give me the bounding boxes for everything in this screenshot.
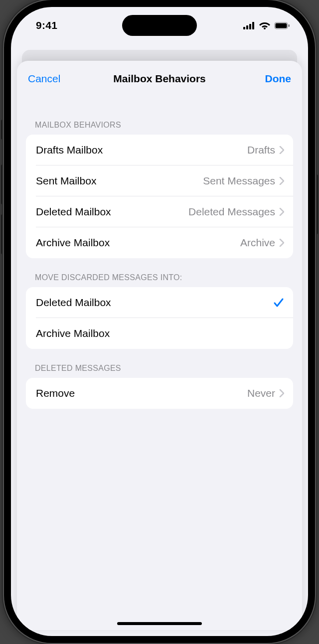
row-value: Archive: [240, 237, 279, 249]
settings-content: MAILBOX BEHAVIORS Drafts Mailbox Drafts …: [17, 97, 302, 409]
row-discarded-archive[interactable]: Archive Mailbox: [26, 318, 293, 349]
group-deleted-messages: Remove Never: [26, 378, 293, 409]
row-label: Sent Mailbox: [36, 175, 203, 187]
row-label: Drafts Mailbox: [36, 144, 247, 156]
page-title: Mailbox Behaviors: [75, 73, 244, 85]
row-value: Drafts: [247, 144, 279, 156]
group-behaviors: Drafts Mailbox Drafts Sent Mailbox Sent …: [26, 135, 293, 258]
svg-rect-2: [249, 24, 251, 29]
done-button[interactable]: Done: [244, 73, 291, 85]
power-button[interactable]: [315, 174, 318, 234]
nav-bar: Cancel Mailbox Behaviors Done: [17, 61, 302, 97]
battery-icon: [274, 22, 290, 29]
row-value: Never: [247, 387, 279, 399]
svg-rect-7: [289, 24, 290, 27]
svg-point-4: [264, 27, 266, 29]
chevron-right-icon: [279, 146, 284, 154]
row-label: Archive Mailbox: [36, 237, 240, 249]
row-archive-mailbox[interactable]: Archive Mailbox Archive: [26, 227, 293, 258]
settings-sheet: Cancel Mailbox Behaviors Done MAILBOX BE…: [17, 61, 302, 630]
row-value: Sent Messages: [203, 175, 279, 187]
home-indicator[interactable]: [117, 622, 202, 625]
checkmark-icon: [273, 297, 284, 308]
cancel-button[interactable]: Cancel: [28, 73, 75, 85]
chevron-right-icon: [279, 208, 284, 216]
section-header-discarded: MOVE DISCARDED MESSAGES INTO:: [26, 258, 293, 287]
row-label: Archive Mailbox: [36, 327, 284, 339]
row-sent-mailbox[interactable]: Sent Mailbox Sent Messages: [26, 165, 293, 196]
row-value: Deleted Messages: [188, 206, 279, 218]
row-deleted-mailbox[interactable]: Deleted Mailbox Deleted Messages: [26, 196, 293, 227]
row-remove[interactable]: Remove Never: [26, 378, 293, 409]
phone-frame: 9:41: [4, 0, 315, 643]
status-time: 9:41: [36, 19, 57, 31]
section-header-behaviors: MAILBOX BEHAVIORS: [26, 97, 293, 135]
wifi-icon: [259, 21, 270, 29]
row-label: Deleted Mailbox: [36, 206, 188, 218]
svg-rect-1: [246, 25, 248, 29]
chevron-right-icon: [279, 239, 284, 247]
chevron-right-icon: [279, 389, 284, 397]
section-header-deleted-messages: DELETED MESSAGES: [26, 349, 293, 378]
row-drafts-mailbox[interactable]: Drafts Mailbox Drafts: [26, 135, 293, 165]
row-label: Remove: [36, 387, 247, 399]
screen: 9:41: [11, 7, 308, 636]
svg-rect-3: [252, 22, 254, 29]
cellular-icon: [243, 22, 255, 29]
svg-rect-6: [276, 23, 287, 28]
dynamic-island: [122, 15, 197, 36]
row-label: Deleted Mailbox: [36, 297, 273, 309]
row-discarded-deleted[interactable]: Deleted Mailbox: [26, 287, 293, 318]
svg-rect-0: [243, 27, 245, 29]
chevron-right-icon: [279, 177, 284, 185]
group-discarded: Deleted Mailbox Archive Mailbox: [26, 287, 293, 349]
